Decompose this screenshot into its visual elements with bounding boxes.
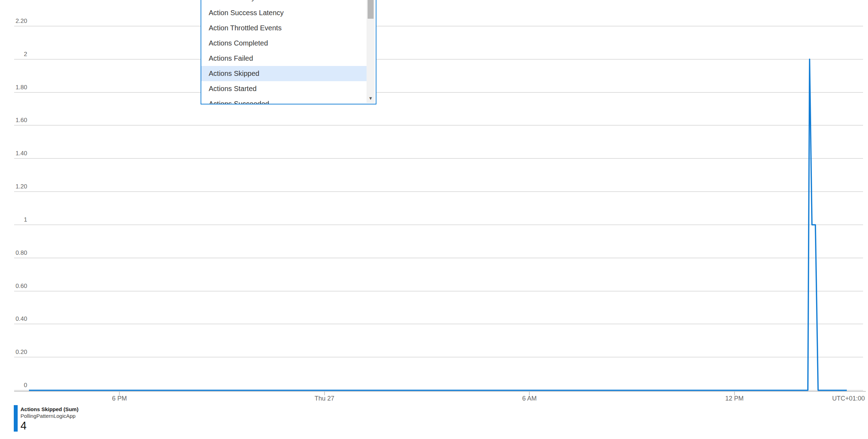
legend-sum-value: 4 <box>20 420 78 432</box>
metric-option[interactable]: Action Success Latency <box>201 5 367 20</box>
scrollbar-down-arrow-icon[interactable]: ▼ <box>367 96 375 101</box>
series-line-actions-skipped <box>29 59 847 390</box>
legend-item-actions-skipped[interactable]: Actions Skipped (Sum) PollingPatternLogi… <box>14 405 78 432</box>
metric-option[interactable]: Actions Failed <box>201 51 367 66</box>
legend-metric-name: Actions Skipped (Sum) <box>20 406 78 413</box>
dropdown-scrollbar[interactable]: ▼ <box>367 0 375 103</box>
scrollbar-thumb[interactable] <box>368 0 374 19</box>
metric-option[interactable]: Actions Skipped <box>201 66 367 81</box>
metric-option-partial[interactable]: Action Latency <box>201 0 367 5</box>
metric-select-dropdown[interactable]: Action LatencyAction Success LatencyActi… <box>201 0 376 104</box>
legend-resource-name: PollingPatternLogicApp <box>20 413 78 419</box>
metric-option[interactable]: Action Throttled Events <box>201 20 367 36</box>
metric-option[interactable]: Actions Started <box>201 81 367 96</box>
legend-color-bar <box>14 405 18 432</box>
metric-option[interactable]: Actions Succeeded <box>201 96 367 104</box>
legend-texts: Actions Skipped (Sum) PollingPatternLogi… <box>18 405 78 432</box>
metrics-chart-panel: 2.2021.801.601.401.2010.800.600.400.2006… <box>0 0 868 439</box>
metric-option[interactable]: Actions Completed <box>201 36 367 51</box>
metric-line-chart <box>0 0 868 439</box>
metric-option-list: Action LatencyAction Success LatencyActi… <box>201 0 376 104</box>
